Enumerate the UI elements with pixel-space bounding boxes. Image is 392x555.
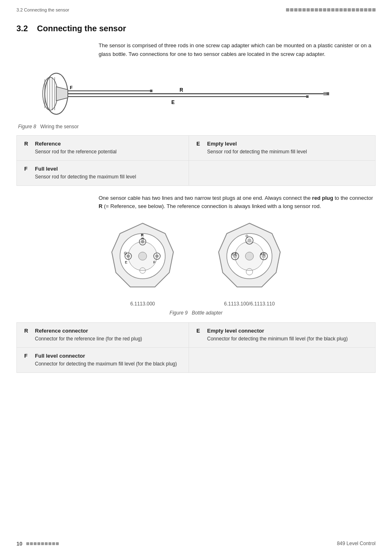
- header-dot: [368, 8, 371, 12]
- header-dot: [298, 8, 302, 12]
- header-dot: [290, 8, 293, 12]
- header-dot: [364, 8, 367, 12]
- main-content: 3.2 Connecting the sensor The sensor is …: [0, 16, 392, 398]
- header-dot: [286, 8, 289, 12]
- header-dot: [327, 8, 330, 12]
- table2-e-key: E: [196, 328, 206, 342]
- table1-e-key: E: [196, 141, 206, 155]
- svg-text:R: R: [180, 87, 183, 93]
- connector-table: R Reference connector Connector for the …: [16, 322, 376, 373]
- body-text: One sensor cable has two lines and two n…: [99, 194, 376, 211]
- header-breadcrumb: 3.2 Connecting the sensor: [16, 7, 69, 12]
- svg-text:⊙: ⊙: [245, 234, 249, 238]
- bottle-figure-right: ⊙E ⊙ F⊙ 6.1113.100/6.1113.110: [208, 219, 291, 307]
- header-dot: [372, 8, 376, 12]
- svg-text:⊙E: ⊙E: [231, 252, 237, 256]
- header-dot: [311, 8, 314, 12]
- footer-dot: [56, 542, 59, 545]
- svg-text:F⊙: F⊙: [261, 252, 266, 256]
- footer-page-number: 10: [16, 541, 22, 547]
- table1-e-desc: Sensor rod for detecting the minimum fil…: [207, 148, 368, 155]
- table1-e-label: Empty level: [207, 141, 368, 147]
- footer-dot: [48, 542, 51, 545]
- figure8-caption: Figure 8 Wiring the sensor: [18, 124, 376, 130]
- svg-text:E: E: [125, 260, 127, 264]
- table1-r-key: R: [24, 141, 34, 155]
- svg-rect-14: [306, 95, 309, 98]
- header-dot: [348, 8, 351, 12]
- header: 3.2 Connecting the sensor: [0, 0, 392, 16]
- footer-dots: [26, 542, 59, 545]
- table1-f-key: F: [24, 166, 34, 180]
- section-number: 3.2: [16, 24, 28, 33]
- footer-dot: [45, 542, 48, 545]
- section-title: 3.2 Connecting the sensor: [16, 24, 376, 33]
- svg-text:R: R: [141, 233, 144, 237]
- header-dot: [315, 8, 318, 12]
- header-dots: [286, 8, 376, 12]
- footer-dot: [34, 542, 37, 545]
- footer-dot: [30, 542, 33, 545]
- svg-text:F: F: [70, 85, 73, 90]
- svg-rect-15: [150, 90, 152, 92]
- header-dot: [302, 8, 306, 12]
- footer-dot: [41, 542, 44, 545]
- svg-text:E: E: [171, 99, 175, 105]
- page: 3.2 Connecting the sensor: [0, 0, 392, 555]
- svg-point-21: [138, 252, 147, 260]
- footer-product: 849 Level Control: [337, 541, 376, 547]
- figure9-num-left: 6.1113.000: [101, 301, 184, 307]
- table1-r-desc: Sensor rod for the reference potential: [35, 148, 181, 155]
- svg-point-36: [245, 252, 254, 260]
- footer-dot: [52, 542, 55, 545]
- table2-r-key: R: [24, 328, 34, 342]
- header-dot: [356, 8, 359, 12]
- table2-f-desc: Connector for detecting the maximum fill…: [35, 360, 181, 368]
- header-dot: [360, 8, 363, 12]
- svg-point-42: [247, 238, 251, 243]
- figure9-caption: Figure 9 Bottle adapter: [16, 310, 376, 316]
- wiring-diagram: F R E: [16, 67, 376, 120]
- svg-text:⊙: ⊙: [124, 251, 127, 255]
- sensor-rod-table: R Reference Sensor rod for the reference…: [16, 135, 376, 186]
- figure8-desc: Wiring the sensor: [40, 124, 78, 130]
- table1-f-label: Full level: [35, 166, 181, 172]
- bottle-figures: ⊙ E R R F 6.1113.000: [16, 219, 376, 307]
- footer-dot: [26, 542, 29, 545]
- table1-r-label: Reference: [35, 141, 181, 147]
- footer-dot: [37, 542, 40, 545]
- table2-e-desc: Connector for detecting the minimum fill…: [207, 335, 368, 342]
- header-dot: [344, 8, 347, 12]
- header-dot: [335, 8, 339, 12]
- header-dot: [319, 8, 322, 12]
- svg-text:F: F: [153, 260, 156, 264]
- table1-f-desc: Sensor rod for detecting the maximum fil…: [35, 173, 181, 180]
- svg-point-23: [127, 254, 130, 258]
- section-heading: Connecting the sensor: [37, 24, 126, 33]
- table2-f-key: F: [24, 353, 34, 368]
- footer: 10 849 Level Control: [0, 541, 392, 547]
- table2-f-label: Full level connector: [35, 353, 181, 359]
- header-dot: [323, 8, 326, 12]
- figure8-number: Figure 8: [18, 124, 36, 130]
- header-dot: [339, 8, 343, 12]
- header-dot: [307, 8, 310, 12]
- svg-point-25: [155, 254, 159, 258]
- header-dot: [294, 8, 297, 12]
- header-dot: [331, 8, 334, 12]
- table2-e-label: Empty level connector: [207, 328, 368, 334]
- bottle-figure-left: ⊙ E R R F 6.1113.000: [101, 219, 184, 307]
- table2-r-desc: Connector for the reference line (for th…: [35, 335, 181, 342]
- figure9-num-right: 6.1113.100/6.1113.110: [208, 301, 291, 307]
- table2-r-label: Reference connector: [35, 328, 181, 334]
- svg-text:R: R: [141, 237, 144, 241]
- intro-text: The sensor is comprised of three rods in…: [99, 42, 376, 59]
- header-dot: [352, 8, 355, 12]
